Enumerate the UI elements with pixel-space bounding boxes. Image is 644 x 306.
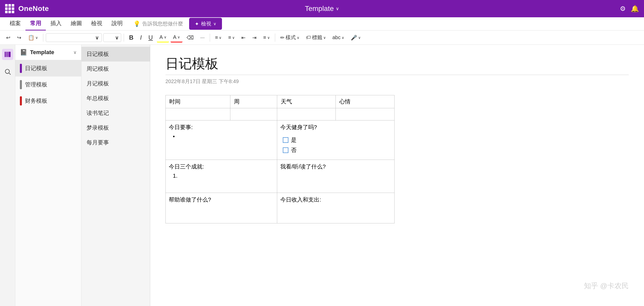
section-label-diary: 日记模板 [25, 65, 47, 72]
page-item-monthly[interactable]: 月记模板 [81, 76, 150, 91]
tab-help[interactable]: 說明 [107, 17, 127, 30]
settings-icon[interactable]: ⚙ [620, 5, 626, 13]
no-row[interactable]: 否 [283, 146, 389, 154]
eraser-button[interactable]: ⌫ [184, 33, 196, 42]
search-tell[interactable]: 💡 告訴我您想做什麼 [133, 20, 183, 27]
section-list: 日记模板 管理模板 财务模板 [15, 60, 81, 306]
section-panel: 📓 Template ∨ 日记模板 管理模板 财务模板 [15, 45, 81, 306]
section-color-manage [20, 80, 22, 89]
font-size-chevron-icon: ∨ [115, 35, 119, 41]
outdent-button[interactable]: ⇤ [239, 33, 248, 42]
tab-draw[interactable]: 繪圖 [66, 17, 87, 30]
tag-button[interactable]: 🏷 標籤 ∨ [303, 33, 328, 42]
input-week[interactable] [230, 108, 277, 120]
no-checkbox[interactable] [283, 147, 288, 153]
yes-row[interactable]: 是 [283, 136, 389, 144]
bold-button[interactable]: B [127, 33, 136, 43]
input-time[interactable] [166, 108, 230, 120]
page-item-weekly[interactable]: 周记模板 [81, 62, 150, 76]
section-help[interactable]: 帮助谁做了什么? [166, 193, 277, 223]
tab-insert[interactable]: 插入 [46, 17, 66, 30]
font-family-selector[interactable]: ∨ [46, 33, 102, 42]
page-item-dream[interactable]: 梦录模板 [81, 120, 150, 135]
header-week: 周 [230, 95, 277, 108]
review-chevron-icon: ∨ [213, 21, 216, 26]
separator-2 [124, 34, 124, 42]
numbered-list-button[interactable]: ≡ ∨ [226, 33, 237, 42]
table-tasks-row: 今日要事: • 今天健身了吗? 是 否 [166, 120, 395, 160]
notebook-name: Template [30, 49, 71, 56]
page-panel: 日记模板 周记模板 月记模板 年总模板 读书笔记 梦录模板 每月要事 [81, 45, 150, 306]
notebook-title[interactable]: Template [305, 5, 334, 13]
toolbar: ↩ ↪ 📋 ∨ ∨ ∨ B I U A ∨ A ∨ ⌫ ··· ≡ ∨ ≡ ∨ … [0, 30, 644, 45]
redo-button[interactable]: ↪ [15, 33, 24, 42]
section-label-finance: 财务模板 [25, 97, 47, 105]
title-center: Template ∨ [305, 5, 339, 13]
section-item-manage[interactable]: 管理模板 [15, 76, 81, 93]
more-button[interactable]: ··· [198, 33, 207, 42]
separator-3 [210, 34, 210, 42]
bell-icon[interactable]: 🔔 [631, 5, 639, 13]
review-button[interactable]: ✦ 檢視 ∨ [189, 18, 222, 30]
section-achievements[interactable]: 今日三个成就: 1. [166, 160, 277, 193]
header-mood: 心情 [336, 95, 395, 108]
sidebar-library-icon[interactable] [2, 49, 13, 60]
svg-rect-0 [5, 52, 6, 57]
bullet-list-button[interactable]: ≡ ∨ [213, 33, 224, 42]
font-color-button[interactable]: A ∨ [171, 33, 183, 42]
section-color-finance [20, 96, 22, 105]
achievement-number: 1. [169, 173, 274, 179]
italic-button[interactable]: I [137, 33, 144, 43]
font-family-chevron-icon: ∨ [95, 35, 99, 41]
styles-button[interactable]: ✏ 樣式 ∨ [278, 33, 302, 42]
separator-4 [275, 34, 275, 42]
yes-checkbox[interactable] [283, 137, 288, 143]
font-size-selector[interactable]: ∨ [103, 33, 121, 42]
svg-rect-1 [6, 52, 8, 57]
review-icon: ✦ [195, 21, 199, 27]
review-label: 檢視 [201, 20, 211, 27]
page-item-yearly[interactable]: 年总模板 [81, 91, 150, 106]
sidebar-search-icon[interactable] [2, 66, 13, 77]
highlight-button[interactable]: A ∨ [157, 33, 169, 42]
input-mood[interactable] [336, 108, 395, 120]
section-watched[interactable]: 我看/听/读了什么? [277, 160, 394, 193]
notebook-icon: 📓 [20, 49, 27, 56]
table-help-row: 帮助谁做了什么? 今日收入和支出: [166, 193, 395, 223]
page-item-monthly-tasks[interactable]: 每月要事 [81, 135, 150, 150]
tab-view[interactable]: 檢視 [87, 17, 107, 30]
section-income[interactable]: 今日收入和支出: [277, 193, 394, 223]
input-weather[interactable] [277, 108, 336, 120]
align-button[interactable]: ≡ ∨ [261, 33, 272, 42]
section-label-manage: 管理模板 [25, 81, 47, 88]
svg-line-4 [9, 73, 10, 74]
section-today-tasks[interactable]: 今日要事: • [166, 120, 277, 160]
waffle-icon[interactable] [5, 4, 14, 13]
undo-button[interactable]: ↩ [4, 33, 13, 42]
achievements-label: 今日三个成就: [169, 163, 274, 171]
underline-button[interactable]: U [146, 33, 155, 43]
checkbox-section: 是 否 [280, 134, 391, 157]
tab-home[interactable]: 常用 [25, 17, 46, 30]
title-chevron-icon[interactable]: ∨ [336, 6, 339, 11]
section-exercise: 今天健身了吗? 是 否 [277, 120, 394, 160]
clipboard-button[interactable]: 📋 ∨ [25, 33, 40, 42]
template-table: 时间 周 天气 心情 今日要事: • 今天健身了吗? [165, 95, 395, 223]
svg-rect-2 [8, 52, 10, 57]
section-item-diary[interactable]: 日记模板 [15, 60, 81, 76]
income-label: 今日收入和支出: [280, 196, 391, 204]
page-item-reading[interactable]: 读书笔记 [81, 106, 150, 120]
sidebar [0, 45, 15, 306]
help-label: 帮助谁做了什么? [169, 196, 274, 204]
tab-file[interactable]: 檔案 [5, 17, 25, 30]
mic-button[interactable]: 🎤 ∨ [348, 33, 363, 42]
header-time: 时间 [166, 95, 230, 108]
notebook-header[interactable]: 📓 Template ∨ [15, 45, 81, 60]
section-item-finance[interactable]: 财务模板 [15, 93, 81, 109]
page-item-diary[interactable]: 日记模板 [81, 47, 150, 62]
exercise-label: 今天健身了吗? [280, 124, 391, 131]
page-title[interactable]: 日记模板 [165, 55, 629, 73]
spell-button[interactable]: abc ∨ [330, 33, 347, 42]
svg-point-3 [5, 69, 9, 73]
indent-button[interactable]: ⇥ [250, 33, 259, 42]
